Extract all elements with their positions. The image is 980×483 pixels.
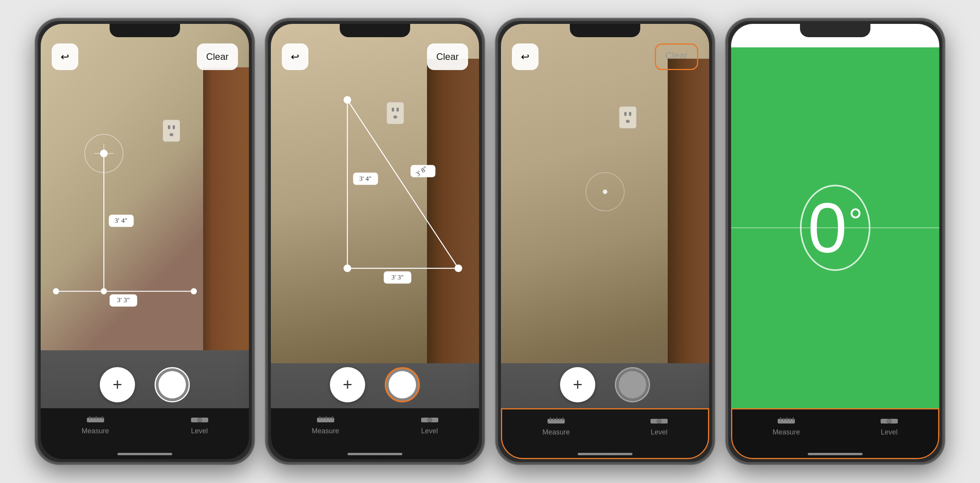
tab-level-label-4: Level bbox=[881, 428, 897, 436]
add-point-button-1[interactable]: + bbox=[100, 367, 135, 402]
home-indicator-4 bbox=[808, 453, 863, 455]
clear-label-3: Clear bbox=[665, 50, 688, 61]
top-buttons-3: ↩ Clear bbox=[501, 43, 709, 70]
svg-point-29 bbox=[454, 265, 462, 272]
svg-point-45 bbox=[603, 189, 607, 194]
svg-rect-16 bbox=[89, 416, 90, 419]
tab-bar-4: Measure Level bbox=[731, 408, 939, 459]
home-indicator-3 bbox=[578, 453, 632, 455]
tab-measure-1[interactable]: Measure bbox=[81, 415, 109, 435]
tab-measure-label-3: Measure bbox=[542, 428, 570, 436]
shutter-button-1[interactable] bbox=[155, 367, 190, 402]
shutter-inner-2 bbox=[389, 371, 416, 398]
svg-point-64 bbox=[888, 420, 890, 422]
svg-rect-40 bbox=[329, 417, 330, 419]
back-icon-2: ↩ bbox=[291, 51, 299, 63]
svg-text:3′ 3″: 3′ 3″ bbox=[117, 296, 130, 304]
svg-rect-17 bbox=[92, 417, 94, 419]
measure-controls-1: + bbox=[41, 367, 249, 402]
back-button-1[interactable]: ↩ bbox=[52, 43, 78, 70]
notch-4 bbox=[800, 24, 870, 37]
shutter-button-3[interactable] bbox=[615, 367, 650, 402]
phone-1: 3′ 4″ 3′ 3″ ↩ Clear bbox=[35, 18, 254, 465]
tab-measure-label-1: Measure bbox=[81, 427, 109, 435]
home-indicator-1 bbox=[117, 453, 172, 455]
tab-level-2[interactable]: Level bbox=[421, 415, 438, 435]
svg-rect-50 bbox=[556, 417, 557, 420]
svg-rect-61 bbox=[793, 417, 794, 420]
level-icon-2 bbox=[421, 415, 438, 425]
shutter-button-2[interactable] bbox=[385, 367, 420, 402]
phone-2: 3′ 4″ 3′ 8″ 3′ 3″ ↩ Clear + bbox=[265, 18, 485, 465]
back-button-2[interactable]: ↩ bbox=[282, 43, 308, 70]
measure-controls-2: + bbox=[271, 367, 479, 402]
svg-point-5 bbox=[191, 288, 197, 294]
tab-level-1[interactable]: Level bbox=[191, 415, 208, 435]
svg-point-23 bbox=[199, 419, 200, 421]
top-buttons-2: ↩ Clear bbox=[271, 43, 479, 70]
tab-bar-2: Measure Level bbox=[271, 408, 479, 459]
svg-rect-58 bbox=[783, 418, 784, 420]
home-indicator-2 bbox=[348, 453, 402, 455]
degree-symbol: ° bbox=[848, 201, 863, 242]
svg-rect-38 bbox=[322, 417, 324, 419]
ruler-icon-2 bbox=[317, 415, 334, 425]
phone-3: ↩ Clear + bbox=[495, 18, 715, 465]
measure-controls-3: + bbox=[501, 367, 709, 402]
clear-label-1: Clear bbox=[206, 51, 229, 62]
ruler-icon-3 bbox=[548, 416, 565, 426]
tab-bar-1: Measure Level bbox=[41, 408, 249, 459]
tab-level-label-1: Level bbox=[191, 427, 208, 435]
add-point-button-2[interactable]: + bbox=[330, 367, 365, 402]
tab-level-4[interactable]: Level bbox=[881, 416, 898, 436]
svg-point-1 bbox=[100, 150, 108, 157]
ruler-icon-1 bbox=[87, 415, 104, 425]
phones-container: 3′ 4″ 3′ 3″ ↩ Clear bbox=[20, 3, 960, 480]
clear-button-1[interactable]: Clear bbox=[197, 43, 238, 70]
clear-label-2: Clear bbox=[436, 51, 459, 62]
level-icon-1 bbox=[191, 415, 208, 425]
clear-button-2[interactable]: Clear bbox=[427, 43, 468, 70]
svg-rect-39 bbox=[326, 416, 327, 419]
svg-rect-60 bbox=[789, 418, 791, 420]
svg-rect-19 bbox=[99, 417, 100, 419]
svg-rect-20 bbox=[102, 416, 103, 419]
phone-4: 0 ° Measure bbox=[726, 18, 945, 465]
shutter-inner-1 bbox=[159, 371, 186, 398]
level-icon-4 bbox=[881, 416, 898, 426]
level-screen: 0 ° bbox=[731, 47, 939, 408]
back-icon-3: ↩ bbox=[521, 51, 530, 63]
svg-rect-48 bbox=[550, 417, 551, 420]
top-buttons-1: ↩ Clear bbox=[41, 43, 249, 70]
svg-point-4 bbox=[53, 288, 59, 294]
svg-text:3′ 3″: 3′ 3″ bbox=[391, 274, 404, 281]
svg-point-27 bbox=[344, 96, 351, 104]
svg-text:3′ 4″: 3′ 4″ bbox=[115, 216, 128, 224]
tab-level-3[interactable]: Level bbox=[650, 416, 668, 436]
svg-point-28 bbox=[344, 265, 351, 272]
level-icon-3 bbox=[650, 416, 668, 426]
tab-bar-3: Measure Level bbox=[501, 408, 709, 459]
notch-1 bbox=[110, 24, 180, 37]
back-icon-1: ↩ bbox=[61, 51, 69, 63]
back-button-3[interactable]: ↩ bbox=[512, 43, 539, 70]
svg-rect-49 bbox=[553, 418, 554, 420]
notch-2 bbox=[340, 24, 410, 37]
degree-number: 0 bbox=[808, 193, 847, 263]
tab-measure-label-2: Measure bbox=[312, 427, 339, 435]
svg-rect-18 bbox=[95, 416, 97, 419]
add-point-button-3[interactable]: + bbox=[560, 367, 595, 402]
svg-point-55 bbox=[658, 420, 660, 422]
svg-rect-51 bbox=[559, 418, 560, 420]
notch-3 bbox=[570, 24, 640, 37]
svg-rect-57 bbox=[780, 417, 781, 420]
svg-rect-52 bbox=[562, 417, 564, 420]
tab-measure-2[interactable]: Measure bbox=[312, 415, 339, 435]
svg-rect-41 bbox=[332, 416, 333, 419]
tab-measure-4[interactable]: Measure bbox=[773, 416, 800, 436]
tab-level-label-2: Level bbox=[421, 427, 438, 435]
svg-rect-59 bbox=[786, 417, 787, 420]
clear-button-3[interactable]: Clear bbox=[655, 43, 698, 70]
tab-measure-3[interactable]: Measure bbox=[542, 416, 570, 436]
tab-level-label-3: Level bbox=[650, 428, 667, 436]
